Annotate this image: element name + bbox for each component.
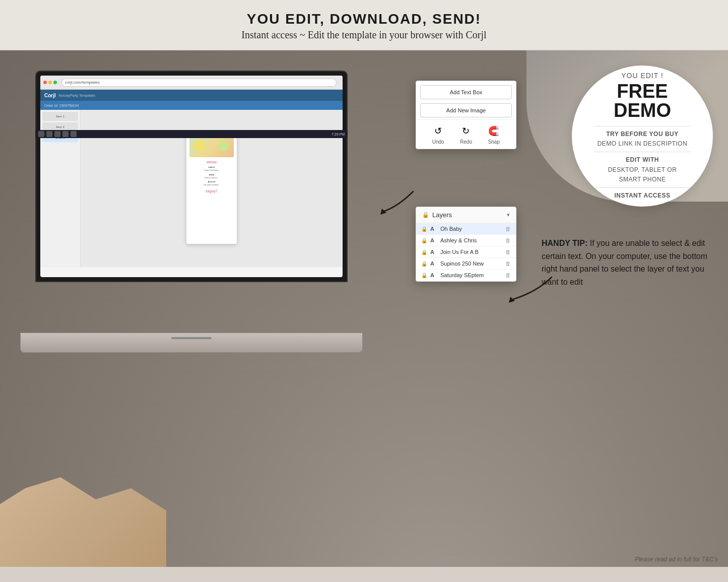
svg-marker-0: [380, 209, 386, 215]
handy-tip-text: HANDY TIP: If you are unable to select &…: [542, 237, 713, 288]
layer-name-supinos: Supinos 250 New: [440, 261, 502, 267]
layers-lock-icon: 🔒: [422, 212, 429, 218]
layer-lock-icon-1: 🔒: [421, 226, 427, 232]
hand-area: [0, 456, 202, 567]
layer-delete-icon-3[interactable]: 🗑: [505, 249, 511, 255]
demo-try-before: TRY BEFORE YOU BUY: [606, 130, 678, 139]
main-content: corjl.com/templates Corjl NocrayParty Te…: [0, 50, 728, 567]
undo-label: Undo: [432, 139, 444, 145]
close-dot: [43, 81, 47, 84]
demo-instant-access: INSTANT ACCESS: [614, 191, 670, 201]
menu-card-title: menu: [189, 159, 234, 164]
add-new-image-button[interactable]: Add New Image: [420, 103, 512, 117]
layer-lock-icon-3: 🔒: [421, 249, 427, 255]
handy-tip-bold: HANDY TIP:: [542, 239, 587, 247]
menu-card-preview: menu entrée Crispy fried duck... main Se…: [186, 133, 237, 244]
layer-delete-icon-2[interactable]: 🗑: [505, 237, 511, 243]
demo-divider-3: [594, 187, 691, 188]
order-id-label: Order Id: 1509758194: [44, 104, 79, 107]
snap-icon: 🧲: [487, 124, 501, 138]
taskbar-icon-2: [46, 131, 52, 137]
sidebar-item-1[interactable]: Item 1: [42, 112, 78, 121]
corjl-subtitle: NocrayParty Templates: [59, 94, 95, 97]
layers-header: 🔒 Layers ▾: [416, 207, 516, 223]
laptop-ridge: [171, 337, 212, 339]
demo-divider-2: [594, 152, 691, 152]
layer-item-ashley-chris[interactable]: 🔒 A Ashley & Chris 🗑: [416, 235, 516, 246]
demo-smartphone: SMART PHONE: [619, 175, 666, 184]
layer-item-join-us[interactable]: 🔒 A Join Us For A B 🗑: [416, 246, 516, 258]
layer-lock-icon-4: 🔒: [421, 261, 427, 267]
demo-demo-link: DEMO LINK IN DESCRIPTION: [598, 139, 688, 149]
address-bar[interactable]: corjl.com/templates: [61, 79, 337, 87]
laptop-screen: corjl.com/templates Corjl NocrayParty Te…: [35, 71, 348, 282]
layer-name-saturday: Saturday SEptem: [440, 272, 502, 278]
menu-entree-text: Crispy fried duck...: [189, 169, 234, 172]
bottom-note: Please read ad in full for T&C's: [635, 556, 718, 563]
headline: YOU EDIT, DOWNLOAD, SEND!: [10, 11, 718, 27]
taskbar-icon-1: [38, 131, 44, 137]
layer-name-ashley-chris: Ashley & Chris: [440, 237, 502, 243]
laptop: corjl.com/templates Corjl NocrayParty Te…: [20, 71, 363, 353]
layers-chevron-icon: ▾: [507, 212, 510, 218]
laptop-base: [20, 333, 363, 353]
layer-type-3: A: [430, 249, 437, 255]
layer-delete-icon-4[interactable]: 🗑: [505, 261, 511, 267]
layer-item-supinos[interactable]: 🔒 A Supinos 250 New 🗑: [416, 258, 516, 270]
layer-type-2: A: [430, 237, 437, 243]
layers-title: 🔒 Layers: [422, 211, 452, 219]
hand-silhouette: [0, 466, 166, 567]
floral-decoration-top: [189, 137, 234, 157]
demo-free-text: FREE: [617, 82, 668, 101]
snap-label: Snap: [488, 139, 500, 145]
layer-delete-icon-5[interactable]: 🗑: [505, 272, 511, 278]
handy-tip-section: HANDY TIP: If you are unable to select &…: [542, 237, 713, 288]
layer-name-join-us: Join Us For A B: [440, 249, 502, 255]
layers-title-text: Layers: [432, 211, 452, 219]
add-text-box-button[interactable]: Add Text Box: [420, 85, 512, 99]
corjl-panel: Add Text Box Add New Image ↺ Undo ↻ Redo…: [416, 81, 516, 149]
subline: Instant access ~ Edit the template in yo…: [10, 29, 718, 41]
layer-name-oh-baby: Oh Baby: [440, 226, 502, 232]
corjl-header: Corjl NocrayParty Templates: [40, 90, 343, 101]
undo-tool[interactable]: ↺ Undo: [431, 124, 445, 145]
corjl-nav: Order Id: 1509758194: [40, 101, 343, 110]
corjl-logo: Corjl: [44, 93, 56, 98]
demo-divider-1: [594, 126, 691, 126]
taskbar: 7:29 PM: [35, 130, 348, 138]
menu-entree: entrée: [189, 166, 234, 168]
redo-tool[interactable]: ↻ Redo: [459, 124, 473, 145]
layer-type-1: A: [430, 226, 437, 232]
minimize-dot: [48, 81, 52, 84]
screen-inner: corjl.com/templates Corjl NocrayParty Te…: [40, 76, 343, 277]
demo-platforms: DESKTOP, TABLET OR: [608, 165, 677, 175]
arrow-to-panel: [378, 186, 418, 217]
maximize-dot: [53, 81, 57, 84]
snap-tool[interactable]: 🧲 Snap: [487, 124, 501, 145]
menu-main: main: [189, 173, 234, 176]
layer-type-4: A: [430, 261, 437, 267]
menu-main-text: Seared chicken...: [189, 176, 234, 179]
menu-dessert-text: Chocolate fondant...: [189, 183, 234, 186]
top-banner: YOU EDIT, DOWNLOAD, SEND! Instant access…: [0, 0, 728, 50]
menu-enjoy: enjoy!: [189, 188, 234, 193]
free-demo-circle: YOU EDIT ! FREE DEMO TRY BEFORE YOU BUY …: [572, 66, 713, 207]
undo-icon: ↺: [431, 124, 445, 138]
layer-delete-icon-1[interactable]: 🗑: [505, 226, 511, 232]
layer-item-saturday[interactable]: 🔒 A Saturday SEptem 🗑: [416, 270, 516, 281]
layer-lock-icon-5: 🔒: [421, 273, 427, 278]
layer-lock-icon-2: 🔒: [421, 238, 427, 243]
layer-type-5: A: [430, 272, 437, 278]
layer-item-oh-baby[interactable]: 🔒 A Oh Baby 🗑: [416, 223, 516, 235]
taskbar-icon-4: [62, 131, 69, 137]
taskbar-icon-5: [71, 131, 77, 137]
redo-label: Redo: [460, 139, 472, 145]
layers-panel: 🔒 Layers ▾ 🔒 A Oh Baby 🗑 🔒 A Ashley & Ch…: [416, 207, 516, 282]
redo-icon: ↻: [459, 124, 473, 138]
demo-demo-text: DEMO: [614, 101, 671, 120]
taskbar-icon-3: [54, 131, 60, 137]
svg-marker-1: [509, 297, 515, 303]
demo-edit-with: EDIT WITH: [626, 155, 659, 165]
demo-you-edit-text: YOU EDIT !: [621, 72, 664, 80]
panel-tools: ↺ Undo ↻ Redo 🧲 Snap: [416, 119, 516, 149]
